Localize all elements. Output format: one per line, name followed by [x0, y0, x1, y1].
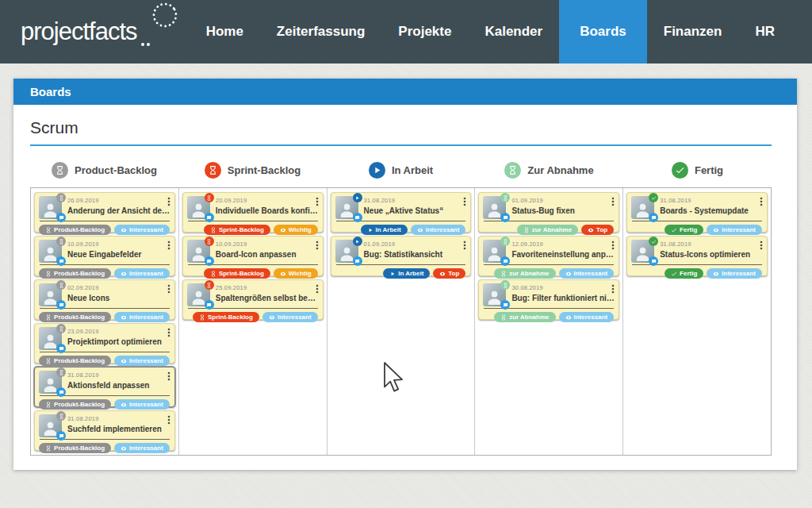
tag-in-arbeit[interactable]: In Arbeit: [361, 225, 408, 235]
eye-icon: [439, 271, 446, 277]
board-card[interactable]: 31.08.2019Neue „Aktive Status“In ArbeitI…: [331, 192, 472, 233]
nav-item-kalender[interactable]: Kalender: [468, 0, 559, 64]
board-card[interactable]: 30.08.2019Bug: Filter funktioniert nicht…: [478, 279, 619, 320]
nav-item-finanzen[interactable]: Finanzen: [647, 0, 739, 64]
avatar-status-badge: [205, 193, 214, 202]
kebab-menu-icon[interactable]: [760, 197, 763, 206]
tag-label: Sprint-Backlog: [219, 270, 264, 277]
kebab-menu-icon[interactable]: [316, 284, 319, 294]
tag-interessant[interactable]: Interessant: [114, 312, 170, 322]
kebab-menu-icon[interactable]: [316, 197, 319, 206]
tag-interessant[interactable]: Interessant: [411, 225, 466, 235]
tag-interessant[interactable]: Interessant: [114, 225, 170, 235]
tag-interessant[interactable]: Interessant: [114, 356, 170, 366]
kebab-menu-icon[interactable]: [611, 284, 615, 294]
tag-produkt-backlog[interactable]: Produkt-Backlog: [39, 399, 111, 410]
eye-icon: [588, 227, 594, 233]
tag-label: Produkt-Backlog: [54, 444, 105, 452]
nav-item-projekte[interactable]: Projekte: [381, 0, 468, 64]
tag-interessant[interactable]: Interessant: [707, 268, 762, 279]
tag-zur-abnahme[interactable]: zur Abnahme: [494, 268, 555, 279]
kebab-menu-icon[interactable]: [463, 241, 466, 250]
hourglass-icon: [59, 326, 64, 332]
kebab-menu-icon[interactable]: [760, 241, 763, 250]
eye-icon: [565, 271, 572, 277]
comment-icon: [651, 259, 657, 264]
nav-item-home[interactable]: Home: [190, 0, 260, 64]
kebab-menu-icon[interactable]: [167, 284, 170, 294]
tag-label: Fertig: [680, 226, 697, 233]
tag-zur-abnahme[interactable]: zur Abnahme: [517, 225, 578, 235]
kebab-menu-icon[interactable]: [611, 197, 615, 206]
tag-zur-abnahme[interactable]: zur Abnahme: [494, 312, 555, 322]
tag-interessant[interactable]: Interessant: [559, 312, 615, 322]
tag-interessant[interactable]: Interessant: [262, 312, 318, 322]
avatar: [631, 196, 654, 219]
card-title: Bug: Filter funktioniert nicht richtig: [511, 294, 615, 303]
eye-icon: [121, 402, 127, 408]
tag-produkt-backlog[interactable]: Produkt-Backlog: [39, 443, 111, 453]
kebab-menu-icon[interactable]: [167, 241, 170, 250]
avatar-status-badge: [353, 237, 362, 246]
tag-interessant[interactable]: Interessant: [114, 268, 170, 279]
tag-top[interactable]: Top: [433, 268, 465, 279]
tag-label: Fertig: [680, 270, 697, 277]
nav-item-zeiterfassung[interactable]: Zeiterfassung: [260, 0, 381, 64]
kebab-menu-icon[interactable]: [316, 241, 319, 250]
tag-produkt-backlog[interactable]: Produkt-Backlog: [39, 268, 111, 279]
board-card[interactable]: 20.09.2019Individuelle Boards konfigurie…: [182, 192, 324, 233]
board-card[interactable]: 01.09.2019Status-Bug fixenzur AbnahmeTop: [478, 192, 619, 233]
tag-wichtig[interactable]: Wichtig: [274, 225, 318, 235]
tag-sprint-backlog[interactable]: Sprint-Backlog: [204, 225, 270, 235]
tag-produkt-backlog[interactable]: Produkt-Backlog: [39, 225, 111, 235]
tag-sprint-backlog[interactable]: Sprint-Backlog: [193, 312, 259, 322]
board-card[interactable]: 31.08.2019Suchfeld implementierenProdukt…: [34, 410, 175, 451]
card-tags: Sprint-BacklogInteressant: [187, 312, 319, 322]
avatar: [631, 240, 654, 263]
tag-produkt-backlog[interactable]: Produkt-Backlog: [39, 356, 111, 366]
tag-in-arbeit[interactable]: In Arbeit: [383, 268, 430, 279]
content-panel: Boards Scrum Product-BacklogSprint-Backl…: [13, 79, 797, 470]
board-card[interactable]: 12.09.2019Favoriteneinstellung anpassenz…: [478, 236, 619, 276]
board-card[interactable]: 02.09.2019Neue IconsProdukt-BacklogInter…: [34, 279, 175, 320]
nav-item-boards[interactable]: Boards: [559, 0, 647, 64]
nav-item-hr[interactable]: HR: [738, 0, 791, 64]
board-card[interactable]: 31.08.2019Status-Icons optimierenFertigI…: [626, 236, 768, 276]
column-status-icon: [672, 162, 688, 179]
card-date: 23.09.2019: [67, 328, 170, 335]
eye-icon: [121, 445, 127, 452]
tag-interessant[interactable]: Interessant: [114, 443, 170, 453]
tag-sprint-backlog[interactable]: Sprint-Backlog: [204, 268, 270, 279]
column-header-zur-abnahme: Zur Abnahme: [475, 160, 623, 180]
tag-produkt-backlog[interactable]: Produkt-Backlog: [39, 312, 111, 322]
kebab-menu-icon[interactable]: [167, 371, 170, 381]
column-header-product-backlog: Product-Backlog: [30, 160, 178, 180]
tag-fertig[interactable]: Fertig: [665, 268, 703, 279]
kebab-menu-icon[interactable]: [611, 241, 615, 250]
tag-wichtig[interactable]: Wichtig: [274, 268, 318, 279]
tag-interessant[interactable]: Interessant: [707, 225, 762, 235]
board-card[interactable]: 01.09.2019Bug: StatistikansichtIn Arbeit…: [331, 236, 472, 276]
board-card[interactable]: 23.09.2019Projektimport optimierenProduk…: [34, 323, 175, 364]
tag-label: zur Abnahme: [532, 226, 572, 233]
tag-top[interactable]: Top: [581, 225, 614, 235]
comment-icon: [503, 259, 508, 264]
board-card[interactable]: 31.08.2019Aktionsfeld anpassenProdukt-Ba…: [34, 367, 175, 407]
tag-fertig[interactable]: Fertig: [665, 225, 703, 235]
board-card[interactable]: 10.09.2019Board-Icon anpassenSprint-Back…: [182, 236, 324, 276]
column-header-label: Fertig: [695, 164, 723, 176]
tag-interessant[interactable]: Interessant: [114, 399, 170, 410]
logo[interactable]: projectfacts: [21, 2, 180, 61]
card-date: 25.09.2019: [216, 284, 319, 291]
board-card[interactable]: 31.08.2019Boards - SystemupdateFertigInt…: [626, 192, 768, 233]
play-icon: [367, 227, 373, 233]
kebab-menu-icon[interactable]: [167, 328, 170, 337]
board-card[interactable]: 26.09.2019Änderung der Ansicht der Board…: [34, 192, 175, 233]
kebab-menu-icon[interactable]: [167, 415, 170, 425]
kebab-menu-icon[interactable]: [463, 197, 466, 206]
board-card[interactable]: 25.09.2019Spaltengrößen selbst bestimmen…: [182, 279, 324, 320]
avatar-contact-badge: [56, 300, 66, 310]
kebab-menu-icon[interactable]: [167, 197, 170, 206]
tag-interessant[interactable]: Interessant: [559, 268, 615, 279]
board-card[interactable]: 10.09.2019Neue EingabefelderProdukt-Back…: [34, 236, 175, 276]
